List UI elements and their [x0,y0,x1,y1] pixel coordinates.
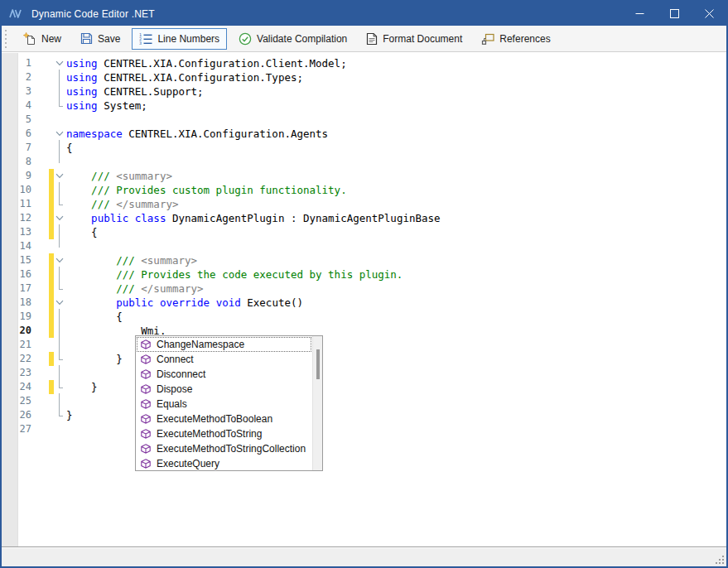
toolbar-grip[interactable] [4,30,8,48]
method-icon [141,429,151,439]
fold-column [54,239,66,253]
code-line[interactable]: 17 /// </summary> [2,282,441,296]
fold-column [54,267,66,282]
maximize-button[interactable] [657,2,692,26]
code-line[interactable]: 4using System; [2,99,441,113]
autocomplete-item[interactable]: ChangeNamespace [137,337,311,352]
line-number: 18 [2,296,48,310]
save-button[interactable]: Save [73,28,128,50]
format-document-button[interactable]: Format Document [359,28,470,50]
line-number: 16 [2,267,48,282]
code-text: namespace CENTREL.XIA.Configuration.Agen… [66,127,328,141]
references-button[interactable]: References [474,28,557,50]
resize-grip-icon[interactable] [714,554,725,565]
change-bar-column [48,253,54,267]
autocomplete-item-label: ExecuteMethodToString [157,428,262,440]
autocomplete-item[interactable]: ExecuteMethodToString [137,426,311,441]
new-button[interactable]: New [16,28,69,50]
maximize-icon [670,9,679,18]
new-button-label: New [41,33,61,45]
autocomplete-item-label: ExecuteMethodToStringCollection [157,443,306,455]
code-text: /// <summary> [66,253,197,267]
autocomplete-list: ChangeNamespaceConnectDisconnectDisposeE… [137,337,311,471]
fold-chevron-icon[interactable] [55,258,64,263]
change-bar-column [48,296,54,310]
fold-chevron-icon[interactable] [55,300,64,306]
autocomplete-item[interactable]: ExecuteMethodToBoolean [137,412,311,426]
code-text: /// <summary> [66,169,172,183]
line-number: 13 [2,225,48,239]
autocomplete-item-label: Connect [157,354,194,365]
autocomplete-item[interactable]: Connect [137,352,311,367]
method-icon [141,384,151,394]
code-text: /// </summary> [66,282,204,296]
line-numbers-toggle-button[interactable]: 1 2 3 Line Numbers [132,28,227,50]
change-bar-column [48,155,54,169]
change-bar-column [48,99,54,113]
code-line[interactable]: 11 /// </summary> [2,197,441,211]
code-line[interactable]: 3using CENTREL.Support; [2,84,441,99]
autocomplete-scrollbar[interactable] [312,336,322,470]
change-bar-column [48,408,54,422]
change-bar-column [48,366,54,380]
fold-column [54,211,66,225]
fold-chevron-icon[interactable] [55,60,64,66]
line-number: 11 [2,197,48,211]
autocomplete-item[interactable]: ExecuteMethodToStringCollection [137,441,311,456]
code-editor[interactable]: 1using CENTREL.XIA.Configuration.Client.… [2,53,726,546]
line-numbers-icon: 1 2 3 [139,33,152,45]
fold-column [54,141,66,155]
code-line[interactable]: 1using CENTREL.XIA.Configuration.Client.… [2,56,441,70]
change-bar-column [48,183,54,197]
code-line[interactable]: 14 [2,239,441,253]
code-line[interactable]: 13 { [2,225,441,239]
code-line[interactable]: 8 [2,155,441,169]
validate-check-icon [239,32,252,46]
validate-compilation-button[interactable]: Validate Compilation [231,28,354,50]
code-line[interactable]: 16 /// Provides the code executed by thi… [2,267,441,282]
scrollbar-thumb[interactable] [316,349,320,379]
code-line[interactable]: 6namespace CENTREL.XIA.Configuration.Age… [2,127,441,141]
method-icon [141,444,151,454]
fold-column [54,56,66,70]
code-line[interactable]: 7{ [2,141,441,155]
statusbar [2,546,726,566]
titlebar: Dynamic Code Editor .NET [2,2,726,26]
line-number: 2 [2,70,48,84]
window-title: Dynamic Code Editor .NET [31,8,155,20]
code-text: using CENTREL.XIA.Configuration.Client.M… [66,56,347,70]
save-icon [80,32,93,45]
fold-column [54,197,66,211]
autocomplete-item[interactable]: Disconnect [137,367,311,382]
fold-chevron-icon[interactable] [55,173,64,179]
app-logo-icon [9,8,24,19]
code-line[interactable]: 12 public class DynamicAgentPlugin : Dyn… [2,211,441,225]
code-line[interactable]: 5 [2,113,441,127]
autocomplete-item[interactable]: ExecuteQuery [137,456,311,471]
code-line[interactable]: 2using CENTREL.XIA.Configuration.Types; [2,70,441,84]
fold-column [54,253,66,267]
change-bar-column [48,169,54,183]
fold-chevron-icon[interactable] [55,215,64,221]
autocomplete-item-label: ChangeNamespace [157,339,244,350]
method-icon [141,339,151,349]
autocomplete-item[interactable]: Dispose [137,382,311,397]
close-button[interactable] [692,2,726,26]
fold-chevron-icon[interactable] [55,131,64,137]
code-text: using System; [66,99,147,113]
code-line[interactable]: 9 /// <summary> [2,169,441,183]
fold-column [54,70,66,84]
minimize-icon [635,9,644,18]
code-line[interactable]: 18 public override void Execute() [2,296,441,310]
save-button-label: Save [98,33,120,45]
change-bar-column [48,310,54,324]
method-icon [141,354,151,364]
code-line[interactable]: 15 /// <summary> [2,253,441,267]
autocomplete-item[interactable]: Equals [137,397,311,412]
minimize-button[interactable] [622,2,657,26]
fold-column [54,310,66,324]
code-line[interactable]: 10 /// Provides custom plugin functional… [2,183,441,197]
line-number: 9 [2,169,48,183]
code-line[interactable]: 19 { [2,310,441,324]
fold-column [54,408,66,422]
